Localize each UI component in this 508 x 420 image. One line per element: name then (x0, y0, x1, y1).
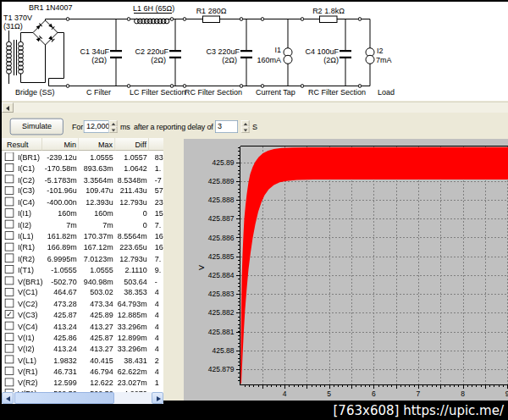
table-row[interactable]: V(I1)425.86425.8712.899m4 (2, 331, 163, 342)
result-name: I(C3) (18, 186, 35, 196)
spin-up-icon[interactable] (241, 120, 250, 126)
result-min: -101.96u (42, 185, 79, 196)
result-extra: 1 (149, 377, 163, 388)
section-label-currenttap: Current Tap (256, 88, 295, 97)
result-diff: 12.899m (115, 331, 149, 342)
table-row[interactable]: V(C4)413.24413.2733.296m4 (2, 320, 163, 331)
result-min: -5.1783m (42, 174, 79, 185)
result-checkbox[interactable] (5, 299, 14, 307)
c4-value: (2Ω) (323, 56, 339, 64)
table-row[interactable]: I(BR1)-239.12u1.05551.055783 (2, 151, 163, 162)
result-diff: 12.793u (115, 196, 149, 207)
result-checkbox[interactable] (5, 231, 14, 240)
result-name: I(C1) (18, 164, 35, 174)
result-min: 464.67 (42, 286, 79, 297)
result-checkbox[interactable] (5, 367, 14, 375)
result-checkbox[interactable] (5, 378, 14, 386)
result-name: I(R2) (18, 254, 35, 263)
delay-input[interactable]: 3 (215, 120, 238, 133)
result-checkbox[interactable] (5, 242, 14, 251)
result-checkbox[interactable] (5, 288, 14, 296)
section-label-rcfilter2: RC Filter Section (308, 88, 366, 97)
result-checkbox[interactable] (5, 174, 14, 183)
hscroll-thumb[interactable] (14, 392, 114, 404)
spin-down-icon[interactable] (109, 127, 118, 133)
table-row[interactable]: ✓V(C3)425.87425.8912.885m4 (2, 309, 163, 320)
result-checkbox[interactable] (5, 265, 14, 274)
result-min: -400.00n (42, 196, 79, 207)
c2-label: C2 220uF (135, 47, 168, 56)
table-row[interactable]: V(I2)413.24413.2733.296m4 (2, 343, 163, 354)
duration-input[interactable]: 12,000 (84, 120, 109, 133)
table-row[interactable]: I(I1)160m160m015 (2, 207, 163, 218)
result-checkbox[interactable] (5, 197, 14, 206)
spin-up-icon[interactable] (109, 120, 118, 126)
table-row[interactable]: V(R2)12.59912.62223.027m1 (2, 377, 163, 388)
circuit-schematic: T1 370V (31Ω) BR1 1N4007 C1 34uF (2Ω) L1… (2, 2, 508, 101)
table-row[interactable]: I(C1)-170.58m893.63m1.06421. (2, 163, 163, 174)
result-max: 167.12m (79, 241, 115, 252)
result-extra: - (149, 275, 163, 286)
y-tick-label: 425.881 (208, 328, 235, 336)
scroll-left-icon[interactable] (2, 392, 14, 404)
table-row[interactable]: I(R2)6.9995m7.0123m12.793u7. (2, 252, 163, 263)
x-tick-label: 4 (283, 390, 287, 398)
table-row[interactable]: I(C4)-400.00n12.393u12.793u23 (2, 196, 163, 207)
table-horizontal-scrollbar[interactable] (2, 392, 163, 404)
table-row[interactable]: I(T1)-1.05551.05552.11109. (2, 264, 163, 275)
result-checkbox[interactable] (5, 276, 14, 285)
result-checkbox[interactable] (5, 208, 14, 217)
result-checkbox[interactable] (5, 322, 14, 330)
result-checkbox[interactable] (5, 344, 14, 352)
result-name: I(I2) (18, 220, 31, 229)
spin-down-icon[interactable] (241, 127, 250, 133)
column-header-min[interactable]: Min (42, 138, 79, 151)
delay-spinner[interactable] (241, 120, 250, 133)
c1-label: C1 34uF (80, 47, 109, 56)
y-tick-label: 425.883 (208, 290, 235, 298)
result-extra: 1. (149, 163, 163, 174)
result-min: 12.599 (42, 377, 79, 388)
result-min: 7m (42, 218, 79, 229)
result-max: 1.0555 (79, 151, 115, 162)
duration-spinner[interactable] (109, 120, 118, 133)
table-row[interactable]: V(L1)1.983240.41538.4312 (2, 354, 163, 365)
column-header-result[interactable]: Result (2, 138, 42, 151)
table-row[interactable]: I(C2)-5.1783m3.3564m8.5348m-7 (2, 174, 163, 185)
table-row[interactable]: V(C1)464.67503.0238.3534 (2, 286, 163, 297)
column-header-diff[interactable]: Diff (115, 138, 149, 151)
schematic-scrollbar[interactable] (2, 102, 508, 113)
section-label-cfilter: C Filter (86, 88, 111, 97)
result-checkbox[interactable] (5, 163, 14, 172)
watermark: [763x608] https://upic.me/ (165, 403, 504, 420)
result-max: 940.98m (79, 275, 115, 286)
result-extra: 7. (149, 252, 163, 263)
table-row[interactable]: I(I2)7m7m07. (2, 218, 163, 229)
table-row[interactable]: V(R1)46.73146.79462.622m4 (2, 365, 163, 376)
r2-label: R2 1.8kΩ (312, 7, 345, 15)
result-checkbox[interactable] (5, 220, 14, 229)
result-checkbox[interactable] (5, 152, 14, 161)
simulate-button[interactable]: Simulate (10, 119, 64, 135)
result-checkbox[interactable]: ✓ (5, 310, 14, 318)
result-name: V(I2) (18, 345, 35, 354)
result-extra: 7. (149, 218, 163, 229)
result-checkbox[interactable] (5, 254, 14, 262)
result-extra: 15 (149, 207, 163, 218)
table-row[interactable]: I(R1)166.89m167.12m223.65u16 (2, 241, 163, 252)
results-table: Result Min Max Diff I(BR1)-239.12u1.0555… (2, 138, 163, 392)
scroll-right-icon[interactable] (152, 392, 163, 404)
i2-value: 7mA (376, 56, 392, 64)
simulation-toolbar: Simulate For 12,000 ms after a reporting… (2, 113, 508, 138)
table-row[interactable]: I(C3)-101.96u109.47u211.43u57 (2, 185, 163, 196)
result-checkbox[interactable] (5, 186, 14, 195)
table-row[interactable]: V(C2)473.28473.3464.793m4 (2, 298, 163, 309)
result-checkbox[interactable] (5, 333, 14, 341)
table-row[interactable]: V(BR1)-502.70940.98m503.64- (2, 275, 163, 286)
result-name: V(R1) (18, 367, 38, 376)
scroll-left-button[interactable] (2, 102, 14, 113)
result-checkbox[interactable] (5, 356, 14, 364)
column-header-max[interactable]: Max (79, 138, 115, 151)
y-tick-label: 425.885 (208, 252, 235, 261)
table-row[interactable]: I(L1)161.82m170.37m8.5564m16 (2, 230, 163, 241)
